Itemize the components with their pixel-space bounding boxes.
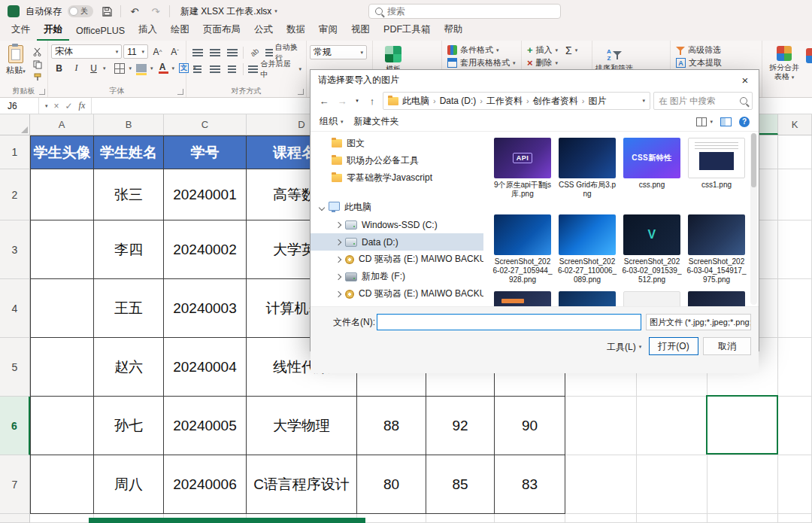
view-mode-button[interactable]: ▾ bbox=[696, 117, 713, 126]
cell-A7[interactable] bbox=[30, 455, 94, 514]
grid-cell[interactable] bbox=[778, 338, 812, 397]
file-item[interactable]: ScreenShot_2026-02-27_110006_089.png bbox=[556, 214, 618, 288]
grid-cell[interactable] bbox=[357, 514, 426, 523]
fill-color-button[interactable] bbox=[133, 61, 149, 75]
align-top-button[interactable] bbox=[189, 45, 205, 59]
decrease-font-button[interactable]: Aˇ bbox=[167, 44, 183, 59]
grid-cell[interactable] bbox=[30, 514, 94, 523]
save-button[interactable] bbox=[99, 4, 114, 19]
document-title[interactable]: 新建 XLSX 工作表.xlsx ▾ bbox=[180, 5, 277, 18]
row-header-5[interactable]: 5 bbox=[0, 338, 30, 397]
tools-button[interactable]: 工具(L)▾ bbox=[607, 339, 641, 355]
bold-button[interactable]: B bbox=[51, 61, 67, 75]
tab-help[interactable]: 帮助 bbox=[438, 21, 470, 41]
cell-B3[interactable]: 李四 bbox=[94, 220, 164, 279]
merge-center-button[interactable]: 合并后居中 ▾ bbox=[247, 62, 303, 76]
cut-button[interactable] bbox=[32, 46, 44, 57]
preview-pane-icon[interactable] bbox=[720, 117, 732, 126]
autosum-button[interactable]: Σ▾ bbox=[563, 44, 580, 56]
copy-button[interactable] bbox=[32, 59, 44, 70]
align-bottom-button[interactable] bbox=[224, 45, 240, 59]
row-header-8[interactable] bbox=[0, 514, 30, 523]
chevron-right-icon[interactable] bbox=[335, 239, 341, 245]
cell-E6[interactable]: 88 bbox=[357, 397, 426, 455]
row-header-3[interactable]: 3 bbox=[0, 220, 30, 279]
tree-item-drive-c[interactable]: Windows-SSD (C:) bbox=[311, 216, 483, 233]
chevron-right-icon[interactable] bbox=[335, 256, 341, 262]
help-icon[interactable]: ? bbox=[739, 117, 750, 127]
cell-D7[interactable]: C语言程序设计 bbox=[247, 455, 357, 514]
file-item[interactable]: CSS新特性 css.png bbox=[621, 138, 683, 211]
advanced-filter-button[interactable]: 高级筛选 bbox=[674, 44, 724, 56]
cell-A1[interactable]: 学生头像 bbox=[30, 135, 94, 169]
cancel-button[interactable]: 取消 bbox=[703, 337, 751, 355]
grid-cell[interactable] bbox=[637, 514, 707, 523]
cell-C5[interactable]: 20240004 bbox=[164, 338, 247, 397]
grid-cell[interactable] bbox=[707, 514, 778, 523]
file-item[interactable]: ScreenShot_2026-02-27_105944_928.png bbox=[492, 214, 553, 288]
align-left-button[interactable] bbox=[189, 62, 205, 76]
cell-F6[interactable]: 92 bbox=[426, 397, 495, 455]
breadcrumb-segment[interactable]: Data (D:) bbox=[440, 96, 477, 106]
tab-home[interactable]: 开始 bbox=[37, 21, 69, 41]
cell-G7[interactable]: 83 bbox=[495, 455, 565, 514]
format-painter-button[interactable] bbox=[32, 71, 44, 83]
font-name-combo[interactable]: 宋体▾ bbox=[51, 44, 122, 59]
chevron-right-icon[interactable] bbox=[335, 221, 341, 227]
italic-button[interactable]: I bbox=[68, 61, 84, 75]
tab-file[interactable]: 文件 bbox=[5, 21, 37, 41]
conditional-format-button[interactable]: 条件格式▾ bbox=[445, 44, 518, 56]
text-extract-button[interactable]: A 文本提取 bbox=[674, 56, 724, 69]
breadcrumb-segment[interactable]: 工作资料 bbox=[486, 95, 523, 108]
grid-cell[interactable] bbox=[565, 514, 637, 523]
tab-formulas[interactable]: 公式 bbox=[247, 21, 280, 41]
cell-C3[interactable]: 20240002 bbox=[164, 220, 247, 279]
grid-cell[interactable] bbox=[637, 455, 707, 514]
table-style-button[interactable]: 套用表格格式▾ bbox=[445, 56, 518, 69]
row-header-2[interactable]: 2 bbox=[0, 169, 30, 220]
file-item-partial[interactable] bbox=[686, 291, 747, 306]
tab-pdf-toolbox[interactable]: PDF工具箱 bbox=[377, 21, 438, 41]
row-header-7[interactable]: 7 bbox=[0, 455, 30, 514]
new-folder-button[interactable]: 新建文件夹 bbox=[354, 115, 399, 128]
tree-item-drive-f[interactable]: 新加卷 (F:) bbox=[311, 268, 483, 285]
scrollbar-thumb[interactable] bbox=[751, 133, 756, 187]
tab-data[interactable]: 数据 bbox=[280, 21, 312, 41]
orientation-button[interactable]: ab bbox=[247, 45, 262, 59]
file-item[interactable]: CSS Grid布局3.png bbox=[556, 138, 618, 211]
borders-button[interactable] bbox=[112, 61, 128, 75]
cell-B1[interactable]: 学生姓名 bbox=[94, 135, 164, 169]
grid-cell[interactable] bbox=[778, 220, 812, 279]
nav-up-button[interactable]: ↑ bbox=[365, 93, 380, 108]
breadcrumb-segment[interactable]: 此电脑 bbox=[402, 95, 429, 108]
file-item[interactable]: API 9个原生api干翻js库.png bbox=[492, 138, 553, 211]
grid-cell[interactable] bbox=[778, 455, 812, 514]
dialog-launcher-icon[interactable] bbox=[177, 89, 183, 95]
undo-button[interactable]: ↶ bbox=[127, 4, 142, 19]
borders-dropdown-icon[interactable]: ▾ bbox=[129, 65, 132, 71]
cell-G6[interactable]: 90 bbox=[495, 397, 565, 455]
align-right-button[interactable] bbox=[224, 62, 240, 76]
autosave-toggle[interactable]: 关 bbox=[68, 5, 93, 17]
grid-cell[interactable] bbox=[707, 455, 778, 514]
cell-B4[interactable]: 王五 bbox=[94, 279, 164, 338]
tab-review[interactable]: 审阅 bbox=[312, 21, 344, 41]
file-item[interactable]: V ScreenShot_2026-03-02_091539_512.png bbox=[621, 214, 683, 288]
cell-B7[interactable]: 周八 bbox=[94, 455, 164, 514]
cell-C4[interactable]: 20240003 bbox=[164, 279, 247, 338]
grid-cell[interactable] bbox=[565, 397, 637, 455]
cell-C2[interactable]: 20240001 bbox=[164, 169, 247, 220]
dialog-search-box[interactable]: 在 图片 中搜索 bbox=[653, 92, 753, 110]
align-center-button[interactable] bbox=[207, 62, 223, 76]
filename-input[interactable] bbox=[377, 314, 641, 330]
tree-item-folder[interactable]: 零基础教学Javascript bbox=[311, 169, 483, 187]
tree-item-cd-drive[interactable]: CD 驱动器 (E:) MAIWO BACKUP bbox=[311, 251, 483, 268]
breadcrumb[interactable]: 此电脑 › Data (D:) › 工作资料 › 创作者资料 › 图片 ▾ bbox=[383, 92, 650, 110]
chevron-down-icon[interactable] bbox=[319, 204, 325, 210]
cancel-entry-icon[interactable]: × bbox=[54, 101, 59, 111]
grid-cell[interactable] bbox=[778, 397, 812, 455]
font-color-button[interactable]: A bbox=[155, 61, 171, 75]
dialog-launcher-icon[interactable] bbox=[39, 89, 45, 95]
cell-A3[interactable] bbox=[30, 220, 94, 279]
insert-function-button[interactable]: fx bbox=[79, 100, 86, 111]
